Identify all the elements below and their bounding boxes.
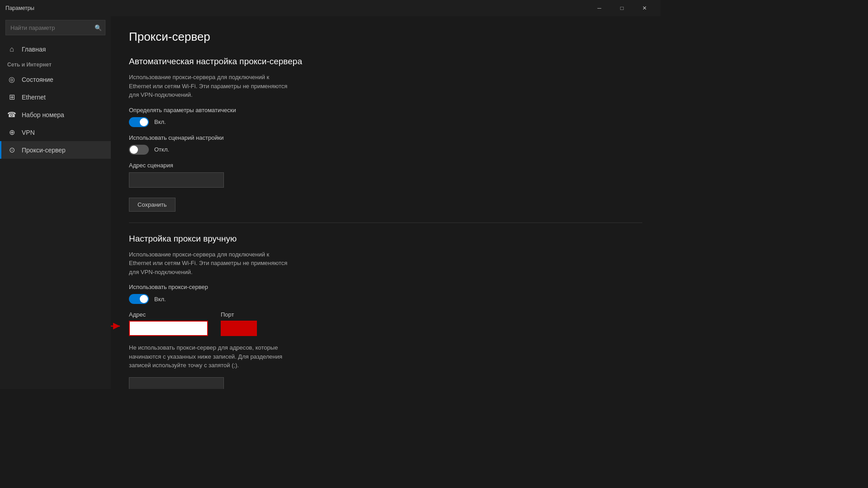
auto-section-title: Автоматическая настройка прокси-сервера [129,57,642,66]
sidebar-item-home[interactable]: ⌂ Главная [0,41,111,58]
use-proxy-toggle[interactable] [129,294,149,304]
use-script-toggle[interactable] [129,145,149,155]
auto-section-desc: Использование прокси-сервера для подключ… [129,73,292,99]
auto-detect-value: Вкл. [154,118,166,125]
use-script-toggle-row: Откл. [129,145,642,155]
addr-port-row: Адрес Порт [129,311,642,336]
window-controls: ─ □ ✕ [589,1,655,15]
manual-section-desc: Использование прокси-сервера для подключ… [129,250,292,277]
dialup-icon: ☎ [7,110,16,119]
auto-detect-toggle-row: Вкл. [129,117,642,127]
sidebar-item-ethernet-label: Ethernet [22,94,46,101]
sidebar-item-dialup-label: Набор номера [22,111,64,118]
auto-save-button[interactable]: Сохранить [129,198,175,212]
port-label: Порт [221,311,257,318]
sidebar-item-status-label: Состояние [22,76,53,83]
exceptions-desc: Не использовать прокси-сервер для адресо… [129,343,292,370]
script-addr-setting: Адрес сценария [129,162,642,188]
use-proxy-label: Использовать прокси-сервер [129,284,642,290]
window-title: Параметры [5,5,34,11]
addr-label: Адрес [129,311,208,318]
section-divider [129,223,642,223]
auto-detect-toggle[interactable] [129,117,149,127]
auto-detect-label: Определять параметры автоматически [129,107,642,114]
exceptions-textarea[interactable] [129,377,224,389]
minimize-button[interactable]: ─ [589,1,610,15]
sidebar-item-home-label: Главная [22,46,46,53]
close-button[interactable]: ✕ [634,1,655,15]
use-script-value: Откл. [154,146,169,153]
proxy-icon: ⊙ [7,146,16,154]
sidebar-item-status[interactable]: ◎ Состояние [0,71,111,88]
home-icon: ⌂ [7,45,16,53]
window-content: 🔍 ⌂ Главная Сеть и Интернет ◎ Состояние … [0,16,660,389]
sidebar-item-dialup[interactable]: ☎ Набор номера [0,106,111,123]
addr-input[interactable] [129,321,208,336]
search-container: 🔍 [5,20,105,35]
auto-detect-setting: Определять параметры автоматически Вкл. [129,107,642,127]
manual-section-title: Настройка прокси вручную [129,234,642,244]
status-icon: ◎ [7,75,16,84]
script-addr-input[interactable] [129,172,224,188]
script-addr-label: Адрес сценария [129,162,642,169]
sidebar-item-proxy-label: Прокси-сервер [22,147,66,154]
main-content: Прокси-сервер Автоматическая настройка п… [111,16,660,389]
page-title: Прокси-сервер [129,30,642,44]
vpn-icon: ⊕ [7,128,16,137]
use-proxy-value: Вкл. [154,296,166,303]
use-proxy-toggle-row: Вкл. [129,294,642,304]
settings-window: Параметры ─ □ ✕ 🔍 ⌂ Главная Сеть и Интер… [0,0,660,389]
sidebar-item-ethernet[interactable]: ⊞ Ethernet [0,88,111,106]
sidebar-item-vpn-label: VPN [22,129,35,136]
sidebar: 🔍 ⌂ Главная Сеть и Интернет ◎ Состояние … [0,16,111,389]
sidebar-item-proxy[interactable]: ⊙ Прокси-сервер [0,141,111,159]
search-input[interactable] [5,20,105,35]
maximize-button[interactable]: □ [612,1,632,15]
use-script-label: Использовать сценарий настройки [129,134,642,141]
sidebar-section-label: Сеть и Интернет [0,58,111,71]
sidebar-item-vpn[interactable]: ⊕ VPN [0,123,111,141]
title-bar: Параметры ─ □ ✕ [0,0,660,16]
arrow-to-port [226,321,249,333]
use-script-setting: Использовать сценарий настройки Откл. [129,134,642,155]
arrow-to-addr [111,319,124,333]
use-proxy-setting: Использовать прокси-сервер Вкл. [129,284,642,304]
search-icon: 🔍 [95,24,102,31]
ethernet-icon: ⊞ [7,93,16,101]
addr-field-group: Адрес [129,311,208,336]
